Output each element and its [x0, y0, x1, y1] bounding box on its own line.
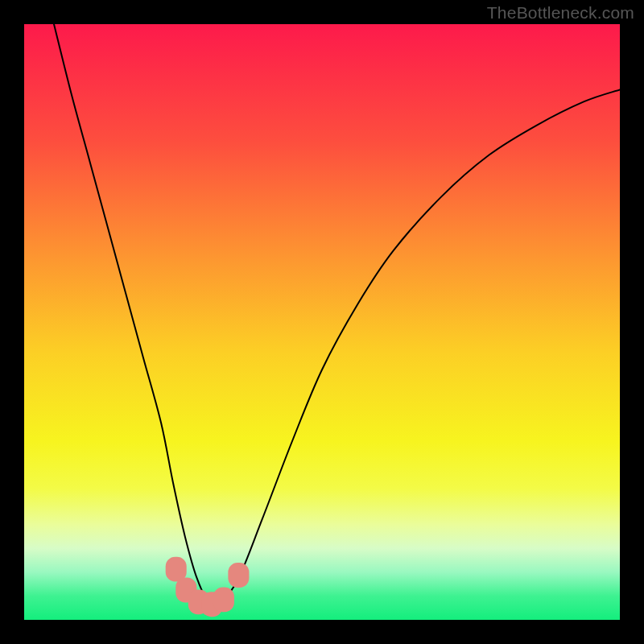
marker-4	[213, 587, 234, 612]
chart-background	[24, 24, 620, 620]
chart-plot	[24, 24, 620, 620]
chart-svg	[24, 24, 620, 620]
chart-frame: TheBottleneck.com	[0, 0, 644, 644]
watermark-text: TheBottleneck.com	[487, 3, 634, 23]
marker-5	[228, 563, 249, 588]
